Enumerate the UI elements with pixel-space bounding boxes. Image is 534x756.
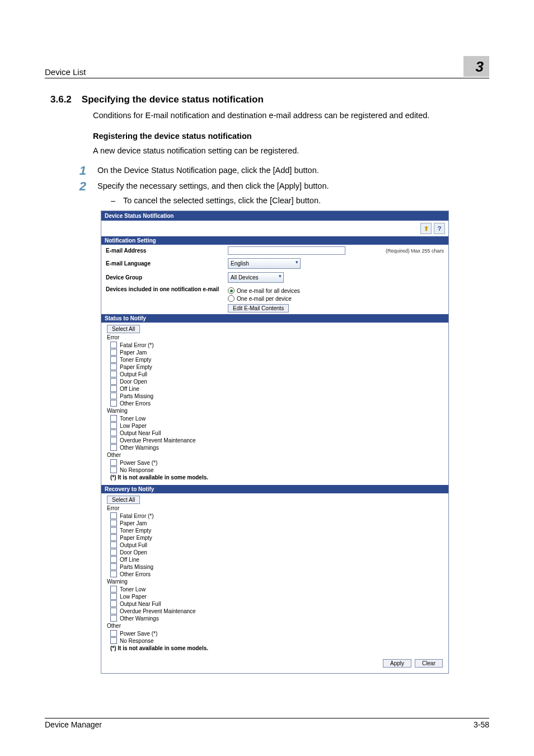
- checkbox-label: Low Paper: [120, 594, 147, 600]
- checkbox-row[interactable]: Paper Jam: [110, 520, 444, 526]
- checkbox-label: Parts Missing: [120, 393, 153, 399]
- checkbox-row[interactable]: No Response: [110, 466, 444, 473]
- dialog-button-row: Apply Clear: [101, 656, 448, 673]
- checkbox-row[interactable]: Paper Empty: [110, 534, 444, 541]
- checkbox-row[interactable]: No Response: [110, 637, 444, 644]
- up-icon[interactable]: ⬆: [420, 223, 432, 234]
- checkbox-row[interactable]: Overdue Prevent Maintenance: [110, 608, 444, 614]
- checkbox-icon: [110, 527, 117, 534]
- checkbox-row[interactable]: Toner Empty: [110, 527, 444, 534]
- edit-email-contents-button[interactable]: Edit E-Mail Contents: [228, 304, 289, 312]
- checkbox-icon: [110, 385, 117, 392]
- checkbox-label: Parts Missing: [120, 564, 153, 570]
- checkbox-label: Output Full: [120, 371, 147, 377]
- checkbox-icon: [110, 542, 117, 548]
- checkbox-icon: [110, 534, 117, 541]
- group-other: Other: [107, 452, 444, 458]
- checkbox-row[interactable]: Power Save (*): [110, 459, 444, 466]
- checkbox-icon: [110, 459, 117, 466]
- checkbox-icon: [110, 556, 117, 563]
- checkbox-row[interactable]: Low Paper: [110, 422, 444, 429]
- subsection-heading: Registering the device status notificati…: [93, 132, 484, 141]
- checkbox-row[interactable]: Other Errors: [110, 571, 444, 577]
- checkbox-icon: [110, 444, 117, 451]
- checkbox-label: Other Errors: [120, 571, 151, 577]
- checkbox-icon: [110, 393, 117, 399]
- checkbox-icon: [110, 430, 117, 436]
- step-number: 2: [77, 180, 86, 193]
- checkbox-row[interactable]: Parts Missing: [110, 393, 444, 399]
- checkbox-icon: [110, 437, 117, 444]
- checkbox-row[interactable]: Other Warnings: [110, 444, 444, 451]
- section-recovery-to-notify: Recovery to Notify: [101, 485, 448, 493]
- radio-one-email-per-device[interactable]: One e-mail per device: [228, 295, 300, 302]
- checkbox-row[interactable]: Fatal Error (*): [110, 512, 444, 519]
- status-other-items: Power Save (*)No Response: [107, 459, 444, 473]
- checkbox-row[interactable]: Low Paper: [110, 593, 444, 600]
- device-group-select[interactable]: All Devices: [228, 272, 284, 283]
- checkbox-row[interactable]: Power Save (*): [110, 630, 444, 637]
- group-warning: Warning: [107, 408, 444, 414]
- checkbox-icon: [110, 586, 117, 592]
- radio-label: One e-mail per device: [237, 296, 292, 302]
- checkbox-label: Fatal Error (*): [120, 342, 154, 348]
- checkbox-row[interactable]: Off Line: [110, 556, 444, 563]
- dialog-title: Device Status Notification: [101, 211, 448, 221]
- checkbox-row[interactable]: Door Open: [110, 549, 444, 556]
- select-all-button[interactable]: Select All: [107, 325, 140, 333]
- checkbox-icon: [110, 637, 117, 644]
- checkbox-label: Paper Empty: [120, 364, 152, 370]
- checkbox-row[interactable]: Other Warnings: [110, 615, 444, 622]
- email-address-input[interactable]: [228, 246, 345, 255]
- help-icon[interactable]: ?: [434, 223, 445, 234]
- checkbox-row[interactable]: Paper Empty: [110, 363, 444, 370]
- checkbox-row[interactable]: Overdue Prevent Maintenance: [110, 437, 444, 444]
- checkbox-row[interactable]: Output Near Full: [110, 600, 444, 607]
- clear-button[interactable]: Clear: [415, 659, 443, 668]
- section-status-to-notify: Status to Notify: [101, 314, 448, 323]
- label-devices-included: Devices included in one notification e-m…: [106, 286, 223, 292]
- checkbox-label: Overdue Prevent Maintenance: [120, 437, 196, 444]
- checkbox-row[interactable]: Output Near Full: [110, 430, 444, 436]
- availability-note: (*) It is not available in some models.: [110, 645, 444, 651]
- checkbox-label: Other Warnings: [120, 445, 159, 451]
- step-sub-bullet: – To cancel the selected settings, click…: [111, 196, 484, 205]
- checkbox-icon: [110, 349, 117, 356]
- checkbox-icon: [110, 363, 117, 370]
- checkbox-row[interactable]: Fatal Error (*): [110, 342, 444, 348]
- checkbox-icon: [110, 615, 117, 622]
- checkbox-label: Paper Jam: [120, 349, 147, 356]
- checkbox-row[interactable]: Door Open: [110, 378, 444, 385]
- step-2: 2 Specify the necessary settings, and th…: [77, 180, 484, 193]
- recovery-list: Select All Error Fatal Error (*)Paper Ja…: [101, 493, 448, 656]
- checkbox-row[interactable]: Parts Missing: [110, 563, 444, 570]
- checkbox-label: Low Paper: [120, 423, 147, 429]
- status-error-items: Fatal Error (*)Paper JamToner EmptyPaper…: [107, 342, 444, 407]
- status-warning-items: Toner LowLow PaperOutput Near FullOverdu…: [107, 415, 444, 451]
- apply-button[interactable]: Apply: [383, 659, 411, 668]
- checkbox-row[interactable]: Output Full: [110, 542, 444, 548]
- checkbox-icon: [110, 378, 117, 385]
- radio-one-email-all[interactable]: One e-mail for all devices: [228, 287, 300, 294]
- step-text: On the Device Status Notification page, …: [97, 165, 484, 177]
- checkbox-label: Power Save (*): [120, 631, 157, 637]
- checkbox-icon: [110, 371, 117, 377]
- email-language-select[interactable]: English: [228, 258, 301, 269]
- checkbox-label: Door Open: [120, 379, 147, 385]
- checkbox-row[interactable]: Paper Jam: [110, 349, 444, 356]
- checkbox-icon: [110, 593, 117, 600]
- dialog-top-icons: ⬆ ?: [101, 221, 448, 236]
- checkbox-row[interactable]: Toner Empty: [110, 356, 444, 363]
- availability-note: (*) It is not available in some models.: [110, 474, 444, 480]
- select-all-button[interactable]: Select All: [107, 496, 140, 504]
- checkbox-row[interactable]: Off Line: [110, 385, 444, 392]
- checkbox-icon: [110, 563, 117, 570]
- required-note: (Required) Max 255 chars: [386, 248, 444, 254]
- recovery-warning-items: Toner LowLow PaperOutput Near FullOverdu…: [107, 586, 444, 622]
- checkbox-row[interactable]: Toner Low: [110, 415, 444, 422]
- checkbox-label: Toner Empty: [120, 528, 151, 534]
- page-header: Device List 3: [45, 56, 489, 78]
- checkbox-row[interactable]: Toner Low: [110, 586, 444, 592]
- checkbox-row[interactable]: Output Full: [110, 371, 444, 377]
- checkbox-row[interactable]: Other Errors: [110, 400, 444, 407]
